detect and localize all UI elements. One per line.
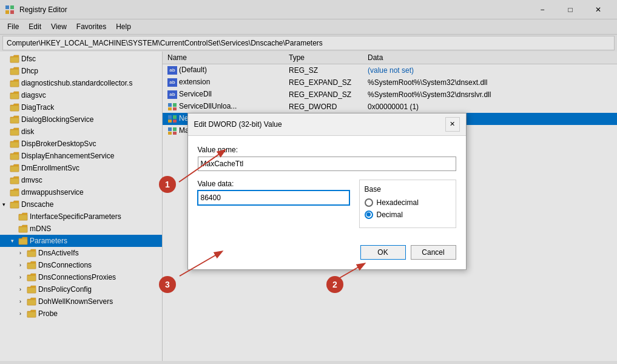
hexadecimal-label: Hexadecimal (377, 198, 419, 207)
decimal-radio[interactable] (365, 211, 373, 219)
value-name-input[interactable] (198, 157, 456, 171)
modal-overlay: Edit DWORD (32-bit) Value ✕ Value name: … (0, 0, 617, 364)
app-wrapper: Registry Editor − □ ✕ File Edit View Fav… (0, 0, 617, 364)
dialog-close-button[interactable]: ✕ (445, 117, 460, 132)
data-row: Value data: Base Hexadecimal Decimal (198, 180, 456, 228)
hexadecimal-option[interactable]: Hexadecimal (365, 198, 451, 207)
dialog-title-bar: Edit DWORD (32-bit) Value ✕ (188, 113, 466, 136)
cancel-button[interactable]: Cancel (411, 245, 456, 260)
hexadecimal-radio[interactable] (365, 198, 373, 207)
data-col: Value data: (198, 180, 349, 228)
value-name-label: Value name: (198, 146, 456, 154)
decimal-label: Decimal (377, 211, 403, 219)
value-data-input[interactable] (198, 190, 349, 205)
dialog-footer: OK Cancel (188, 245, 466, 269)
dialog-body: Value name: Value data: Base Hexadecimal (188, 136, 466, 245)
value-data-label: Value data: (198, 180, 349, 188)
edit-dword-dialog: Edit DWORD (32-bit) Value ✕ Value name: … (187, 113, 467, 270)
decimal-option[interactable]: Decimal (365, 211, 451, 219)
dialog-title: Edit DWORD (32-bit) Value (194, 120, 282, 129)
base-label: Base (365, 185, 451, 194)
ok-button[interactable]: OK (360, 245, 406, 260)
base-section: Base Hexadecimal Decimal (359, 180, 456, 228)
